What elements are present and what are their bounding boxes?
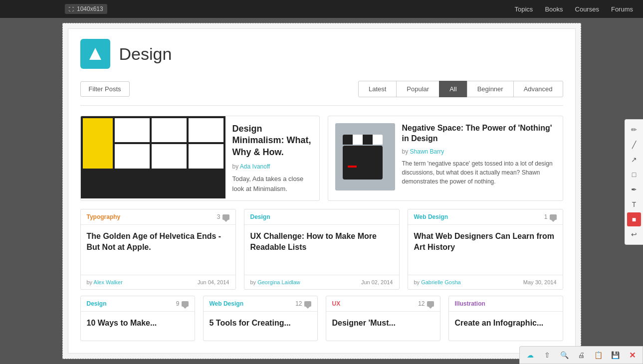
featured-large-body: Design Minimalism: What, Why & How. by A… — [225, 116, 319, 200]
page-container: Design Filter Posts Latest Popular All B… — [62, 23, 581, 359]
svg-marker-0 — [89, 48, 101, 60]
tab-latest[interactable]: Latest — [358, 81, 397, 97]
mondrian-white5 — [152, 118, 187, 142]
bottom-copy[interactable]: 📋 — [592, 349, 605, 362]
card-category-0[interactable]: Typography — [87, 213, 121, 220]
card-title-5: Designer 'Must... — [332, 318, 434, 329]
card-header-2: Web Design 1 — [408, 209, 563, 225]
card-author-0[interactable]: Alex Walker — [94, 279, 123, 285]
tab-advanced[interactable]: Advanced — [513, 81, 563, 97]
card-body-5: Designer 'Must... — [326, 312, 440, 341]
comment-icon-0 — [222, 214, 229, 220]
card-category-6[interactable]: Illustration — [455, 300, 485, 307]
bottom-print[interactable]: 🖨 — [575, 349, 588, 362]
card-category-2[interactable]: Web Design — [414, 213, 448, 220]
card-body-2: What Web Designers Can Learn from Art Hi… — [408, 225, 563, 275]
card-author-1[interactable]: Georgina Laidlaw — [257, 279, 300, 285]
site-logo — [80, 39, 110, 69]
mondrian-white7 — [115, 144, 150, 168]
toolbar-color[interactable]: ■ — [627, 212, 641, 226]
comment-count-5: 12 — [418, 300, 425, 307]
toolbar-undo[interactable]: ↩ — [627, 227, 641, 241]
article-card-3: Design 9 10 Ways to Make... — [80, 296, 195, 341]
comment-count-0: 3 — [217, 213, 220, 220]
bottom-share[interactable]: ⇧ — [541, 349, 554, 362]
featured-small-author-line: by Shawn Barry — [402, 148, 556, 155]
bottom-bar: ☁ ⇧ 🔍 🖨 📋 💾 ✕ — [519, 346, 643, 364]
card-body-6: Create an Infographic... — [449, 312, 563, 341]
bottom-close[interactable]: ✕ — [626, 349, 639, 362]
page-title: Design — [119, 44, 172, 64]
featured-small-card: Negative Space: The Power of 'Nothing' i… — [328, 116, 563, 201]
card-category-5[interactable]: UX — [332, 300, 341, 307]
mondrian-white6 — [189, 118, 223, 142]
comment-count-3: 9 — [176, 300, 180, 307]
logo-icon — [87, 46, 103, 62]
nav-topics[interactable]: Topics — [515, 5, 533, 13]
bottom-cloud[interactable]: ☁ — [524, 349, 537, 362]
tab-beginner[interactable]: Beginner — [467, 81, 514, 97]
mondrian-white8 — [152, 144, 187, 168]
toolbar-rect[interactable]: □ — [627, 168, 641, 182]
card-author-2[interactable]: Gabrielle Gosha — [421, 279, 461, 285]
comment-icon-4 — [304, 301, 311, 307]
tab-all[interactable]: All — [439, 81, 467, 97]
card-category-3[interactable]: Design — [87, 300, 107, 307]
comment-icon-2 — [550, 214, 557, 220]
mondrian-black — [83, 171, 223, 194]
article-card-2: Web Design 1 What Web Designers Can Lear… — [408, 209, 563, 290]
mondrian-art — [81, 116, 225, 198]
card-footer-0: by Alex Walker Jun 04, 2014 — [81, 275, 235, 289]
comment-count-4: 12 — [295, 300, 302, 307]
featured-large-excerpt: Today, Ada takes a close look at Minimal… — [232, 174, 312, 193]
clap-top — [343, 135, 383, 145]
card-footer-2: by Gabrielle Gosha May 30, 2014 — [408, 275, 563, 289]
toolbar-arrow[interactable]: ↗ — [627, 153, 641, 167]
nav-books[interactable]: Books — [545, 5, 563, 13]
tab-popular[interactable]: Popular — [396, 81, 439, 97]
toolbar-pencil[interactable]: ✏ — [627, 123, 641, 137]
card-header-5: UX 12 — [326, 296, 440, 312]
featured-small-author[interactable]: Shawn Barry — [410, 148, 444, 155]
featured-large-author[interactable]: Ada Ivanoff — [240, 163, 270, 170]
comment-count-2: 1 — [544, 213, 548, 220]
toolbar-line[interactable]: ╱ — [627, 138, 641, 152]
card-body-4: 5 Tools for Creating... — [204, 312, 317, 341]
card-footer-1: by Georgina Laidlaw Jun 02, 2014 — [244, 275, 399, 289]
card-header-0: Typography 3 — [81, 209, 235, 225]
featured-small-body: Negative Space: The Power of 'Nothing' i… — [402, 123, 556, 186]
card-title-0: The Golden Age of Helvetica Ends - But N… — [87, 231, 229, 252]
right-toolbar: ✏ ╱ ↗ □ ✒ T ■ ↩ — [625, 119, 643, 245]
card-category-1[interactable]: Design — [250, 213, 270, 220]
card-meta-3: 9 — [176, 300, 189, 307]
top-nav-links: Topics Books Courses Forums — [515, 5, 633, 13]
article-card-0: Typography 3 The Golden Age of Helvetica… — [80, 209, 236, 290]
bottom-save[interactable]: 💾 — [609, 349, 622, 362]
card-title-6: Create an Infographic... — [455, 318, 557, 329]
card-date-1: Jun 02, 2014 — [361, 279, 393, 285]
mondrian-white9 — [189, 144, 223, 168]
canvas-wrapper: Design Filter Posts Latest Popular All B… — [0, 18, 643, 364]
card-header-1: Design — [244, 209, 399, 225]
featured-large-title: Design Minimalism: What, Why & How. — [232, 123, 312, 158]
site-header: Design — [80, 39, 563, 69]
nav-courses[interactable]: Courses — [575, 5, 599, 13]
card-meta-4: 12 — [295, 300, 311, 307]
toolbar-text[interactable]: T — [627, 197, 641, 211]
card-title-2: What Web Designers Can Learn from Art Hi… — [414, 231, 557, 252]
mondrian-white4 — [115, 118, 150, 142]
toolbar-brush[interactable]: ✒ — [627, 182, 641, 196]
top-nav: 1040x613 Topics Books Courses Forums — [0, 0, 643, 18]
featured-large-author-line: by Ada Ivanoff — [232, 163, 312, 170]
inner-content: Design Filter Posts Latest Popular All B… — [68, 28, 576, 354]
filter-posts-button[interactable]: Filter Posts — [80, 81, 130, 97]
card-category-4[interactable]: Web Design — [210, 300, 243, 307]
card-body-0: The Golden Age of Helvetica Ends - But N… — [81, 225, 235, 275]
filter-bar: Filter Posts Latest Popular All Beginner… — [80, 81, 563, 106]
article-card-4: Web Design 12 5 Tools for Creating... — [203, 296, 318, 341]
card-header-6: Illustration — [449, 296, 563, 312]
nav-forums[interactable]: Forums — [611, 5, 633, 13]
cards-row-1: Typography 3 The Golden Age of Helvetica… — [80, 209, 563, 290]
card-title-3: 10 Ways to Make... — [87, 318, 189, 329]
bottom-search[interactable]: 🔍 — [558, 349, 571, 362]
